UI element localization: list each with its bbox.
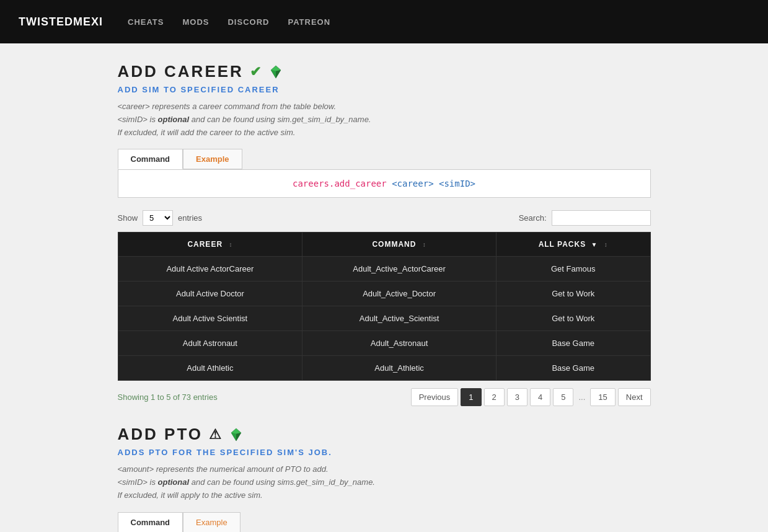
pto-desc-line2: <simID> is optional and can be found usi… <box>118 477 375 487</box>
page-5-button[interactable]: 5 <box>553 388 573 406</box>
desc-line1: <career> represents a career command fro… <box>118 102 337 111</box>
nav-patreon[interactable]: PATREON <box>288 17 330 27</box>
desc-line3: If excluded, it will add the career to t… <box>118 128 296 137</box>
page-4-button[interactable]: 4 <box>530 388 550 406</box>
add-pto-desc: <amount> represents the numerical amount… <box>118 463 651 502</box>
prev-button[interactable]: Previous <box>411 388 459 406</box>
col-command[interactable]: COMMAND ↕ <box>302 233 497 257</box>
nav-discord[interactable]: DISCORD <box>227 17 269 27</box>
add-pto-title-text: ADD PTO <box>118 425 203 444</box>
add-career-title-text: ADD CAREER <box>118 62 244 81</box>
cell-career: Adult Active ActorCareer <box>118 257 302 282</box>
cell-career: Adult Astronaut <box>118 331 302 356</box>
page-15-button[interactable]: 15 <box>590 388 615 406</box>
sims-diamond-pto-icon <box>229 428 243 441</box>
sims-diamond-icon <box>269 65 283 79</box>
code-simid-param: <simID> <box>439 179 475 188</box>
col-packs[interactable]: ALL PACKS ▼ ↕ <box>496 233 650 257</box>
add-pto-subtitle: ADDS PTO FOR THE SPECIFIED SIM'S JOB. <box>118 448 651 457</box>
cell-command: Adult_Athletic <box>302 356 497 381</box>
cell-command: Adult_Active_Scientist <box>302 306 497 331</box>
add-pto-title: ADD PTO ⚠ <box>118 425 651 444</box>
search-label: Search: <box>519 213 547 223</box>
table-row: Adult Astronaut Adult_Astronaut Base Gam… <box>118 331 650 356</box>
navbar: TWISTEDMEXI CHEATS MODS DISCORD PATREON <box>0 0 768 43</box>
table-row: Adult Active ActorCareer Adult_Active_Ac… <box>118 257 650 282</box>
packs-dropdown-icon: ▼ <box>591 241 598 248</box>
cell-pack: Get Famous <box>496 257 650 282</box>
code-career-param: <career> <box>392 179 439 188</box>
col-career[interactable]: CAREER ↕ <box>118 233 302 257</box>
tab-example[interactable]: Example <box>183 149 242 169</box>
check-icon: ✔ <box>250 64 263 80</box>
entries-label: entries <box>178 213 202 223</box>
nav-cheats[interactable]: CHEATS <box>128 17 164 27</box>
pto-desc-line1: <amount> represents the numerical amount… <box>118 464 329 474</box>
table-row: Adult Active Doctor Adult_Active_Doctor … <box>118 282 650 306</box>
cell-pack: Base Game <box>496 331 650 356</box>
pto-tabs: Command Example <box>118 512 651 532</box>
cell-command: Adult_Active_Doctor <box>302 282 497 306</box>
table-controls: Show 5 10 25 50 entries Search: <box>118 210 651 226</box>
add-career-title: ADD CAREER ✔ <box>118 62 651 81</box>
command-tabs: Command Example <box>118 149 651 169</box>
cell-command: Adult_Astronaut <box>302 331 497 356</box>
cell-command: Adult_Active_ActorCareer <box>302 257 497 282</box>
search-box: Search: <box>519 210 651 226</box>
sort-packs-icon: ↕ <box>604 241 608 248</box>
desc-line2: <simID> is optional and can be found usi… <box>118 115 371 124</box>
add-career-desc: <career> represents a career command fro… <box>118 100 651 139</box>
cell-pack: Get to Work <box>496 306 650 331</box>
cell-career: Adult Active Doctor <box>118 282 302 306</box>
search-input[interactable] <box>552 210 651 226</box>
pagination: Previous 1 2 3 4 5 ... 15 Next <box>411 388 651 406</box>
pagination-area: Showing 1 to 5 of 73 entries Previous 1 … <box>118 388 651 406</box>
add-career-subtitle: ADD SIM TO SPECIFIED CAREER <box>118 85 651 94</box>
page-2-button[interactable]: 2 <box>484 388 505 406</box>
nav-mods[interactable]: MODS <box>182 17 209 27</box>
table-row: Adult Active Scientist Adult_Active_Scie… <box>118 306 650 331</box>
career-table: CAREER ↕ COMMAND ↕ ALL PACKS ▼ ↕ Adult A… <box>118 232 651 381</box>
svg-marker-1 <box>271 65 281 71</box>
cell-career: Adult Athletic <box>118 356 302 381</box>
pagination-info: Showing 1 to 5 of 73 entries <box>118 392 218 402</box>
cell-career: Adult Active Scientist <box>118 306 302 331</box>
brand-logo: TWISTEDMEXI <box>19 16 103 29</box>
warning-icon: ⚠ <box>209 427 223 443</box>
page-3-button[interactable]: 3 <box>507 388 527 406</box>
command-code-box: careers.add_career <career> <simID> <box>118 169 651 198</box>
pto-tab-command[interactable]: Command <box>118 512 183 532</box>
sort-command-icon: ↕ <box>423 241 426 248</box>
show-label: Show <box>118 213 138 223</box>
page-1-button[interactable]: 1 <box>461 388 481 406</box>
tab-command[interactable]: Command <box>118 149 183 169</box>
pto-tab-example[interactable]: Example <box>183 512 241 532</box>
show-entries-control: Show 5 10 25 50 entries <box>118 210 203 226</box>
cell-pack: Get to Work <box>496 282 650 306</box>
svg-marker-5 <box>231 428 241 434</box>
code-command-text: careers.add_career <box>293 179 392 188</box>
table-row: Adult Athletic Adult_Athletic Base Game <box>118 356 650 381</box>
main-content: ADD CAREER ✔ ADD SIM TO SPECIFIED CAREER… <box>105 43 663 532</box>
sort-career-icon: ↕ <box>229 241 232 248</box>
cell-pack: Base Game <box>496 356 650 381</box>
entries-select[interactable]: 5 10 25 50 <box>143 210 173 226</box>
next-button[interactable]: Next <box>618 388 651 406</box>
nav-links: CHEATS MODS DISCORD PATREON <box>128 17 330 27</box>
page-dots: ... <box>576 389 588 406</box>
pto-desc-line3: If excluded, it will apply to the active… <box>118 490 263 500</box>
